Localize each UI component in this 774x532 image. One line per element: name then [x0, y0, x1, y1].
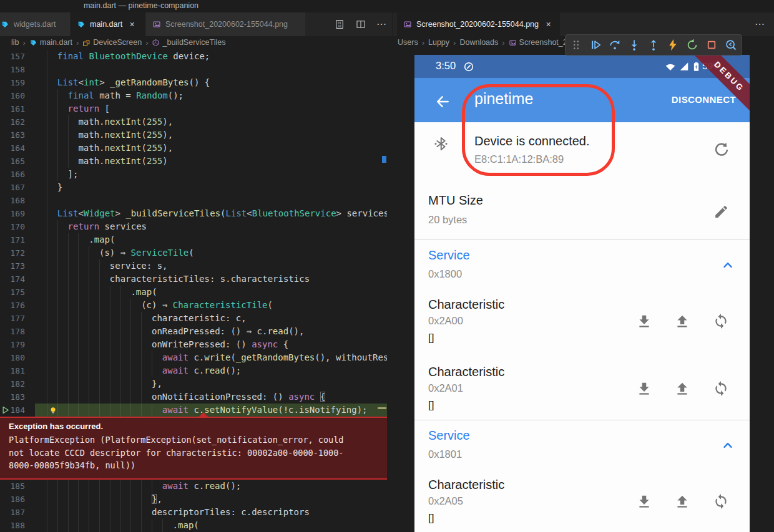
- read-value-button[interactable]: [636, 380, 652, 397]
- code-line-158[interactable]: 158: [0, 63, 387, 76]
- exception-title: Exception has occurred.: [9, 422, 378, 431]
- breadcrumb-users[interactable]: Users: [398, 38, 418, 47]
- step-into-icon[interactable]: [627, 38, 641, 52]
- indent-guides: [47, 519, 164, 532]
- svg-text:10: 10: [338, 24, 341, 27]
- code-line-164[interactable]: 164math.nextInt(255),: [0, 142, 387, 155]
- tab-widgets-dart[interactable]: widgets.dart: [0, 12, 71, 36]
- back-arrow-icon[interactable]: [434, 94, 451, 110]
- code-line-182[interactable]: 182},: [0, 377, 387, 390]
- breadcrumb-main-dart[interactable]: main.dart: [29, 38, 72, 47]
- indent-guides: [47, 351, 153, 364]
- code-text: (s) ⇒ ServiceTile(: [99, 246, 194, 259]
- code-line-185[interactable]: 185await c.read();: [0, 480, 387, 493]
- breadcrumb-buildservicetiles[interactable]: _buildServiceTiles: [152, 38, 225, 47]
- line-number: 161: [0, 102, 25, 115]
- refresh-services-button[interactable]: [713, 141, 730, 158]
- breadcrumb-devicescreen[interactable]: DeviceScreen: [82, 38, 142, 47]
- notify-toggle-button[interactable]: [713, 313, 729, 329]
- tab-label: main.dart: [90, 20, 122, 29]
- code-line-172[interactable]: 172(s) ⇒ ServiceTile(: [0, 246, 387, 259]
- code-line-167[interactable]: 167}: [0, 181, 387, 194]
- code-line-174[interactable]: 174characteristicTiles: s.characteristic…: [0, 273, 387, 286]
- indent-guides: [47, 273, 100, 286]
- step-out-icon[interactable]: [647, 38, 660, 52]
- code-line-181[interactable]: 181await c.read();: [0, 364, 387, 377]
- code-line-160[interactable]: 160final math = Random();: [0, 89, 387, 102]
- code-line-179[interactable]: 179onWritePressed: () async {: [0, 338, 387, 351]
- code-line-187[interactable]: 187descriptorTiles: c.descriptors: [0, 506, 387, 519]
- tab-screenshot-png[interactable]: Screenshot_20200602-155044.png: [146, 12, 306, 36]
- breadcrumb-lib[interactable]: lib: [11, 38, 19, 47]
- write-value-button[interactable]: [674, 313, 690, 329]
- title-bar: main.dart — pinetime-companion: [0, 0, 774, 12]
- breadcrumb-downloads[interactable]: Downloads: [459, 38, 498, 47]
- collapse-service-button[interactable]: [720, 438, 735, 453]
- code-line-177[interactable]: 177characteristic: c,: [0, 312, 387, 325]
- indent-guides: [47, 220, 59, 233]
- code-line-163[interactable]: 163math.nextInt(255),: [0, 128, 387, 142]
- code-line-157[interactable]: 157final BluetoothDevice device;: [0, 50, 387, 63]
- open-changes-icon[interactable]: 0110: [334, 19, 345, 30]
- more-actions-icon[interactable]: ⋯: [755, 19, 765, 30]
- lightbulb-icon[interactable]: [49, 405, 57, 414]
- write-value-button[interactable]: [674, 380, 690, 397]
- collapse-service-button[interactable]: [720, 258, 735, 273]
- overview-ruler-modified-marker: [382, 156, 386, 163]
- code-text: await c.write(_getRandomBytes(), without…: [162, 351, 387, 364]
- close-tab-icon[interactable]: ✕: [546, 21, 551, 29]
- line-number: 158: [0, 63, 25, 76]
- notify-toggle-button[interactable]: [713, 380, 729, 397]
- tab-label: widgets.dart: [14, 20, 56, 29]
- code-line-168[interactable]: 168: [0, 194, 387, 207]
- code-line-180[interactable]: 180await c.write(_getRandomBytes(), with…: [0, 351, 387, 364]
- continue-icon[interactable]: [589, 38, 602, 52]
- notify-toggle-button[interactable]: [713, 493, 729, 510]
- indent-guides: [47, 299, 132, 312]
- code-line-173[interactable]: 173service: s,: [0, 259, 387, 273]
- code-line-176[interactable]: 176(c) ⇒ CharacteristicTile(: [0, 299, 387, 312]
- write-value-button[interactable]: [674, 493, 690, 510]
- close-tab-icon[interactable]: ✕: [129, 21, 135, 29]
- split-editor-icon[interactable]: [355, 19, 366, 30]
- restart-icon[interactable]: [685, 38, 699, 52]
- code-line-184[interactable]: 184await c.setNotifyValue(!c.isNotifying…: [0, 404, 387, 417]
- code-text: math.nextInt(255),: [78, 142, 173, 155]
- disconnect-button[interactable]: DISCONNECT: [672, 94, 736, 105]
- indent-guides: [47, 50, 48, 63]
- hot-reload-icon[interactable]: [666, 38, 680, 52]
- code-line-175[interactable]: 175.map(: [0, 286, 387, 299]
- code-line-166[interactable]: 166];: [0, 168, 387, 181]
- tab-main-dart[interactable]: main.dart ✕: [71, 12, 145, 36]
- line-number: 185: [0, 480, 25, 493]
- connection-status: Device is connected.: [474, 134, 590, 148]
- breadcrumb-luppy[interactable]: Luppy: [428, 38, 449, 47]
- inspector-icon[interactable]: [724, 38, 738, 52]
- edit-mtu-button[interactable]: [713, 204, 729, 220]
- more-actions-icon[interactable]: ⋯: [376, 19, 387, 30]
- indent-guides: [47, 377, 142, 390]
- code-line-170[interactable]: 170return services: [0, 220, 387, 233]
- line-number: 163: [0, 128, 25, 142]
- read-value-button[interactable]: [636, 493, 652, 510]
- indent-guides: [47, 128, 69, 142]
- code-line-169[interactable]: 169List<Widget> _buildServiceTiles(List<…: [0, 207, 387, 220]
- stop-icon[interactable]: [705, 38, 718, 52]
- line-number: 157: [0, 50, 25, 63]
- code-line-165[interactable]: 165math.nextInt(255): [0, 155, 387, 168]
- read-value-button[interactable]: [636, 313, 652, 329]
- code-line-188[interactable]: 188.map(: [0, 519, 387, 532]
- code-line-183[interactable]: 183onNotificationPressed: () async {: [0, 390, 387, 404]
- code-line-178[interactable]: 178onReadPressed: () ⇒ c.read(),: [0, 325, 387, 338]
- code-editor[interactable]: 157final BluetoothDevice device;158159Li…: [0, 49, 387, 532]
- code-line-159[interactable]: 159List<int> _getRandomBytes() {: [0, 76, 387, 89]
- code-line-162[interactable]: 162math.nextInt(255),: [0, 115, 387, 128]
- code-line-186[interactable]: 186},: [0, 493, 387, 506]
- breadcrumb-separator: ›: [453, 38, 456, 47]
- step-over-icon[interactable]: [608, 38, 622, 52]
- code-line-171[interactable]: 171.map(: [0, 233, 387, 246]
- tab-screenshot-preview[interactable]: Screenshot_20200602-155044.png ✕: [397, 12, 561, 36]
- bluetooth-connected-icon: [433, 135, 449, 152]
- line-number: 188: [0, 519, 25, 532]
- code-line-161[interactable]: 161return [: [0, 102, 387, 115]
